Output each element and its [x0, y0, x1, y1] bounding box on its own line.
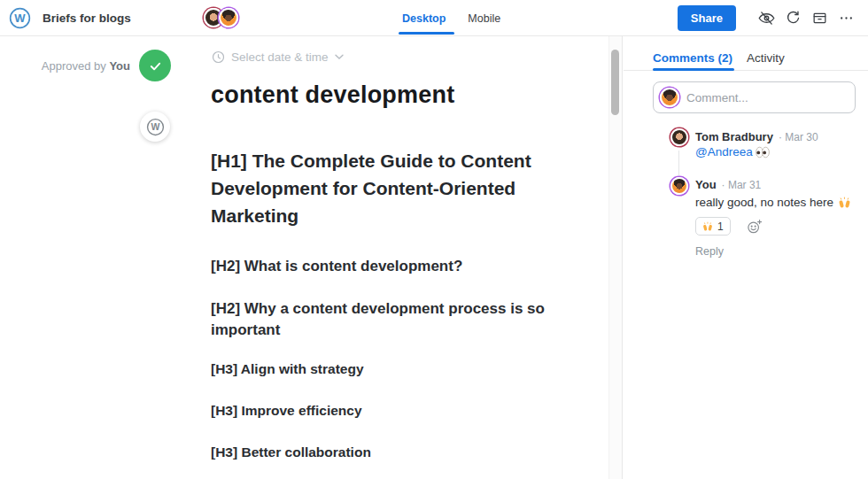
topbar-actions: Share — [678, 0, 859, 36]
add-emoji-icon — [747, 219, 763, 235]
more-icon — [839, 11, 854, 26]
wordpress-preview-button[interactable]: W — [140, 112, 170, 142]
refresh-button[interactable] — [779, 5, 806, 32]
avatar-andreea[interactable] — [219, 8, 238, 27]
comment-avatar-tom[interactable] — [670, 128, 688, 146]
raised-hands-emoji — [838, 197, 851, 209]
document-title: content development — [211, 81, 454, 109]
comment-body: really good, no notes here — [695, 196, 851, 209]
heading-h3-3: [H3] Better collaboration — [211, 444, 371, 460]
add-reaction-button[interactable] — [747, 219, 763, 235]
date-picker[interactable]: Select date & time — [212, 50, 344, 64]
archive-button[interactable] — [806, 5, 833, 32]
reaction-count: 1 — [717, 220, 724, 233]
preview-view-tabs: Desktop Mobile — [400, 0, 502, 36]
briefs-app: W Briefs for blogs Desktop Mobile Share — [0, 0, 868, 479]
comment-thread-line — [678, 151, 679, 175]
tab-activity[interactable]: Activity — [747, 51, 785, 65]
comment-header: Tom Bradbury · Mar 30 — [695, 130, 818, 143]
comment-author: You — [695, 178, 717, 191]
heading-h2-1: [H2] What is content development? — [211, 256, 595, 277]
comment-author: Tom Bradbury — [695, 130, 773, 143]
heading-h3-1: [H3] Align with strategy — [211, 361, 364, 377]
check-icon — [148, 58, 163, 73]
tab-mobile[interactable]: Mobile — [466, 0, 502, 36]
comment-date: · Mar 31 — [722, 179, 762, 191]
comment-body: @Andreea — [695, 145, 770, 158]
mention-link[interactable]: @Andreea — [695, 145, 753, 158]
heading-h1: [H1] The Complete Guide to Content Devel… — [211, 147, 586, 229]
more-options-button[interactable] — [833, 5, 859, 32]
app-title: Briefs for blogs — [43, 12, 131, 25]
approval-status: Approved by You — [0, 59, 130, 73]
heading-h3-2: [H3] Improve efficiency — [211, 403, 362, 419]
comment-avatar-you[interactable] — [670, 177, 688, 195]
eye-off-icon — [757, 9, 776, 27]
clock-icon — [212, 50, 225, 64]
comment-composer — [653, 81, 856, 113]
comment-date: · Mar 30 — [779, 131, 818, 143]
comment-header: You · Mar 31 — [695, 178, 761, 191]
wordpress-logo-icon[interactable]: W — [9, 7, 31, 29]
approver-name: You — [109, 59, 130, 73]
tab-desktop[interactable]: Desktop — [400, 0, 447, 36]
heading-h2-2: [H2] Why a content development process i… — [211, 298, 595, 341]
wordpress-gray-icon: W — [146, 118, 165, 136]
archive-icon — [811, 10, 828, 27]
approved-badge[interactable] — [139, 50, 171, 81]
tab-comments[interactable]: Comments (2) — [653, 51, 732, 65]
comment-input[interactable] — [686, 91, 855, 104]
svg-text:W: W — [14, 12, 26, 25]
svg-text:W: W — [151, 121, 159, 132]
raised-hands-emoji — [702, 221, 713, 232]
collaborator-avatars — [204, 8, 238, 27]
refresh-icon — [785, 10, 802, 27]
hide-preview-button[interactable] — [753, 5, 779, 32]
reply-link[interactable]: Reply — [695, 245, 724, 258]
composer-avatar — [660, 88, 679, 107]
brand: W Briefs for blogs — [9, 7, 131, 29]
date-picker-label: Select date & time — [231, 50, 329, 64]
reaction-pill[interactable]: 1 — [695, 217, 731, 236]
topbar: W Briefs for blogs Desktop Mobile Share — [0, 0, 868, 36]
eyes-emoji — [756, 146, 770, 158]
share-button[interactable]: Share — [678, 5, 736, 31]
chevron-down-icon — [335, 54, 344, 60]
scrollbar-thumb[interactable] — [611, 50, 619, 115]
